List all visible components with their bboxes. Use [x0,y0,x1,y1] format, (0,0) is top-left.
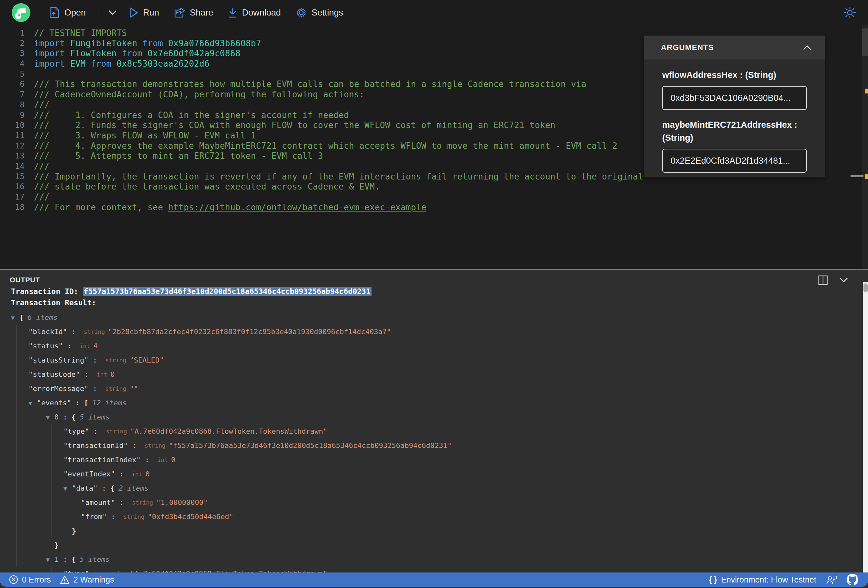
expand-arrow-icon[interactable]: ▼ [63,481,72,495]
code-token: from [137,38,168,48]
run-button[interactable]: Run [130,7,159,18]
line-number: 18 [0,202,25,213]
code-line[interactable]: 18/// For more context, see https://gith… [0,202,868,213]
expand-arrow-icon[interactable]: ▼ [46,410,55,424]
settings-button[interactable]: Settings [296,7,343,18]
json-tree-row: ▼{6 items [0,311,868,325]
expand-arrow-icon[interactable]: ▼ [28,396,37,410]
code-text: /// 5. Attempts to mint an ERC721 token … [25,151,323,161]
json-key: "statusString" [28,353,89,367]
json-type-label: string [132,495,153,510]
code-text: /// For more context, see https://github… [25,202,426,213]
transaction-result-label: Transaction Result: [0,297,868,308]
transaction-id-line: Transaction ID: f557a1573b76aa53e73d46f3… [0,286,868,297]
argument-input-0[interactable] [662,86,807,110]
toolbar-separator [100,6,101,20]
json-items-count: 5 items [80,553,110,567]
editor-scrollbar-thumb[interactable] [862,28,868,56]
json-tree-row: "blockId" : string"2b28cbfb87da2cfec4f02… [0,325,868,339]
json-type-label: int [157,453,168,467]
download-button[interactable]: Download [228,7,281,18]
json-tree-row: } [0,524,868,538]
line-number: 6 [0,79,25,90]
json-key: "transactionId" [63,439,128,453]
json-tree-row: "status" : int4 [0,339,868,353]
download-icon [228,7,237,18]
code-token: /// state before the transaction was exe… [34,182,380,192]
json-tree-row: "transactionIndex" : int0 [0,453,868,467]
braces-icon: { } [709,575,717,584]
output-scrollbar[interactable] [863,282,868,574]
code-text: /// 3. Wraps FLOW as WFLOW - EVM call 1 [25,131,256,141]
json-tree-row: "amount" : string"1.00000000" [0,495,868,510]
split-panel-icon[interactable] [818,275,828,285]
code-text: import EVM from 0x8c5303eaa26202d6 [25,59,210,69]
json-key: "blockId" [28,325,67,339]
github-icon[interactable] [847,574,858,585]
transaction-id-label: Transaction ID: [11,287,83,296]
feedback-icon[interactable] [826,575,837,584]
json-value: "2b28cbfb87da2cfec4f0232c6f883f0f12c95b3… [108,325,391,339]
line-number: 14 [0,161,25,172]
json-tree-row: "errorMessage" : string"" [0,382,868,396]
line-number: 1 [0,28,25,38]
json-value: "SEALED" [130,353,164,367]
code-token: import [34,38,70,48]
open-label: Open [64,8,86,18]
json-value: "0xfd3b4cd50d44e6ed" [148,510,233,524]
json-type-label: string [105,382,126,396]
argument-label-0: wflowAddressHex : (String) [662,69,807,81]
code-token: /// 4. Approves the example MaybeMintERC… [34,141,617,151]
code-token: /// 2. Funds the signer's COA with enoug… [34,120,555,130]
output-scrollbar-thumb[interactable] [864,283,868,292]
expand-arrow-icon[interactable]: ▼ [11,311,19,325]
json-value: "" [130,382,138,396]
json-type-label: string [84,325,105,339]
json-value: 0 [145,467,149,481]
json-key: "transactionIndex" [63,453,140,467]
output-header: OUTPUT [0,270,868,286]
line-number: 11 [0,131,25,141]
open-button[interactable]: Open [50,7,86,18]
code-text [25,69,34,80]
sun-icon [843,6,856,19]
code-token: /// This transaction demonstrates how mu… [34,79,586,89]
arguments-header[interactable]: ARGUMENTS [644,35,825,59]
code-text: /// [25,161,50,172]
argument-label-1: maybeMintERC721AddressHex : (String) [662,118,807,144]
environment-status[interactable]: { } Environment: Flow Testnet [709,575,816,584]
line-number: 8 [0,100,25,110]
code-token: 0x9a0766d93b6608b7 [168,38,261,48]
code-link[interactable]: https://github.com/onflow/batched-evm-ex… [168,202,427,212]
json-value: 4 [93,339,97,353]
code-token: import [34,59,70,69]
errors-status[interactable]: 0 Errors [9,575,51,584]
json-index: 0 [55,410,59,424]
overview-ruler-mark [850,175,864,177]
gear-icon [296,7,307,18]
collapse-output-chevron-icon[interactable] [840,277,848,283]
json-items-count: 6 items [28,311,58,325]
code-line[interactable]: 17/// [0,192,868,202]
transaction-id-value: f557a1573b76aa53e73d46f3e10d200d5c18a653… [83,287,372,296]
warning-marker-1 [865,88,868,93]
code-text: /// [25,100,50,110]
arguments-body: wflowAddressHex : (String)maybeMintERC72… [644,59,825,181]
code-token: import [34,49,70,58]
run-play-icon [130,7,138,18]
code-line[interactable]: 16/// state before the transaction was e… [0,182,868,192]
collapse-chevron-up-icon[interactable] [803,45,811,50]
theme-toggle-button[interactable] [843,6,856,19]
expand-arrow-icon[interactable]: ▼ [46,553,55,567]
code-token: FlowToken [70,49,117,58]
open-dropdown-chevron[interactable] [108,10,117,15]
editor-scrollbar[interactable] [862,25,868,269]
settings-label: Settings [311,8,343,18]
warnings-status[interactable]: 2 Warnings [60,575,114,584]
code-token: /// 3. Wraps FLOW as WFLOW - EVM call 1 [34,131,256,140]
code-text: import FlowToken from 0x7e60df042a9c0868 [25,49,241,59]
argument-input-1[interactable] [662,149,807,173]
json-key: "type" [63,424,89,439]
json-tree-row: "type" : string"A.7e60df042a9c0868.FlowT… [0,424,868,439]
share-button[interactable]: Share [174,7,213,18]
